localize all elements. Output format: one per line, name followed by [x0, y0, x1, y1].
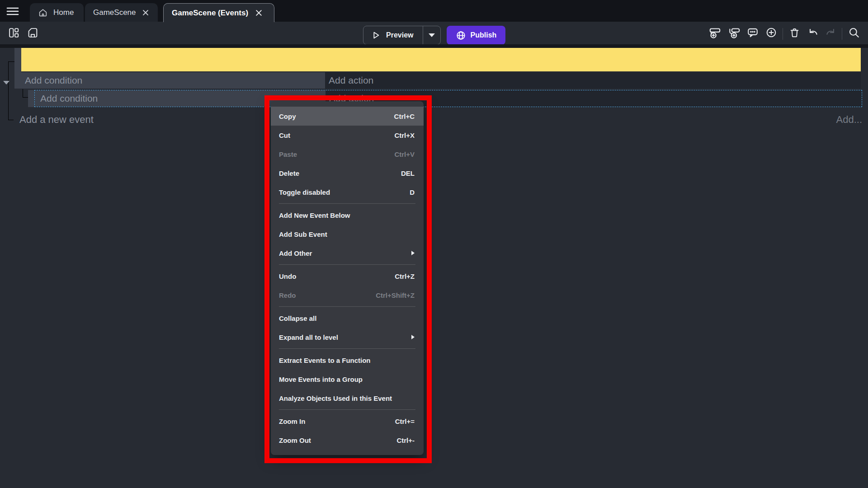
context-menu-item[interactable]: Add Sub Event — [271, 225, 424, 244]
toolbar-divider — [842, 28, 842, 40]
context-menu: Copy Ctrl+C Cut Ctrl+X Paste Ctrl+V Dele… — [271, 101, 424, 455]
tab-bar: Home GameScene GameScene (Events) — [0, 0, 868, 22]
menu-item-label: Move Events into a Group — [279, 375, 415, 383]
comment-event-block[interactable] — [21, 48, 861, 71]
menu-item-label: Add Other — [279, 249, 406, 257]
close-tab-icon[interactable] — [142, 8, 150, 18]
menu-item-label: Toggle disabled — [279, 188, 410, 196]
add-comment-icon — [747, 27, 759, 38]
menu-item-shortcut: DEL — [401, 169, 415, 177]
add-new-event-link[interactable]: Add a new event — [19, 114, 94, 126]
menu-item-label: Cut — [279, 131, 394, 139]
event-action-cell[interactable]: Add action — [325, 72, 861, 89]
menu-item-label: Add Sub Event — [279, 230, 415, 238]
menu-separator — [279, 203, 415, 204]
menu-item-label: Collapse all — [279, 314, 415, 322]
search-icon — [848, 27, 860, 38]
event-condition-cell[interactable]: Add condition — [21, 72, 325, 89]
menu-item-shortcut: Ctrl+C — [394, 113, 415, 120]
save-project-button[interactable] — [24, 24, 41, 41]
tab-gamescene[interactable]: GameScene — [85, 3, 158, 22]
tab-label: GameScene (Events) — [172, 9, 248, 18]
add-action-link[interactable]: Add action — [325, 72, 861, 89]
context-menu-item[interactable]: Paste Ctrl+V — [271, 145, 424, 164]
collapse-event-icon[interactable] — [3, 81, 9, 84]
add-comment-button[interactable] — [745, 24, 761, 41]
redo-icon — [825, 27, 837, 38]
menu-item-shortcut: Ctrl+= — [395, 418, 415, 425]
tree-bottom-elbow — [8, 120, 14, 120]
tab-gamescene-events[interactable]: GameScene (Events) — [163, 3, 274, 22]
selected-subevent-row[interactable]: Add condition Add action — [34, 90, 862, 107]
publish-button-label: Publish — [471, 31, 497, 39]
toggle-project-panel-button[interactable] — [5, 24, 22, 41]
event-drag-handle[interactable] — [14, 48, 21, 89]
menu-item-label: Undo — [279, 272, 395, 280]
menu-item-label: Copy — [279, 113, 394, 120]
context-menu-item[interactable]: Analyze Objects Used in this Event — [271, 389, 424, 408]
context-menu-item[interactable]: Add Other — [271, 244, 424, 263]
add-condition-link[interactable]: Add condition — [21, 72, 325, 89]
context-menu-item[interactable]: Undo Ctrl+Z — [271, 267, 424, 286]
subevent-drag-handle[interactable] — [28, 90, 34, 107]
menu-separator — [279, 409, 415, 410]
add-circle-icon — [765, 27, 777, 38]
menu-separator — [279, 306, 415, 307]
gdevelop-window: Home GameScene GameScene (Events) — [0, 0, 868, 488]
subevent-elbow-horizontal — [23, 97, 28, 98]
context-menu-item[interactable]: Copy Ctrl+C — [271, 107, 424, 126]
menu-item-label: Zoom Out — [279, 436, 396, 444]
home-icon — [38, 8, 48, 18]
context-menu-item[interactable]: Extract Events to a Function — [271, 351, 424, 370]
context-menu-item[interactable]: Collapse all — [271, 309, 424, 328]
context-menu-item[interactable]: Redo Ctrl+Shift+Z — [271, 286, 424, 305]
undo-icon — [807, 27, 819, 38]
context-menu-item[interactable]: Expand all to level — [271, 328, 424, 347]
subevent-elbow-vertical — [23, 89, 23, 98]
publish-button[interactable]: Publish — [447, 26, 505, 45]
play-icon — [371, 30, 381, 40]
layout-panel-icon — [8, 27, 19, 38]
choose-event-button[interactable] — [763, 24, 779, 41]
delete-selection-button[interactable] — [786, 24, 802, 41]
context-menu-item[interactable]: Zoom Out Ctrl+- — [271, 431, 424, 450]
menu-item-shortcut: Ctrl+- — [396, 436, 415, 444]
menu-item-shortcut: Ctrl+V — [394, 150, 415, 158]
preview-options-button[interactable] — [423, 33, 440, 37]
tab-label: Home — [53, 8, 74, 17]
menu-separator — [279, 348, 415, 349]
preview-button-label: Preview — [386, 31, 413, 39]
menu-item-label: Redo — [279, 291, 376, 299]
add-sub-event-button[interactable] — [726, 24, 742, 41]
hamburger-icon — [6, 6, 19, 17]
menu-item-label: Add New Event Below — [279, 211, 415, 219]
trash-icon — [789, 27, 800, 38]
preview-button-main[interactable]: Preview — [363, 30, 423, 40]
context-menu-item[interactable]: Toggle disabled D — [271, 183, 424, 202]
redo-button[interactable] — [823, 24, 839, 41]
submenu-arrow-icon — [411, 335, 415, 339]
context-menu-item[interactable]: Zoom In Ctrl+= — [271, 412, 424, 431]
add-more-link[interactable]: Add... — [836, 114, 862, 126]
context-menu-item[interactable]: Cut Ctrl+X — [271, 126, 424, 145]
menu-item-shortcut: Ctrl+X — [394, 131, 415, 139]
menu-item-shortcut: Ctrl+Shift+Z — [376, 291, 415, 299]
close-tab-icon[interactable] — [254, 8, 264, 18]
menu-item-label: Expand all to level — [279, 333, 406, 341]
menu-item-label: Extract Events to a Function — [279, 357, 415, 364]
context-menu-item[interactable]: Add New Event Below — [271, 206, 424, 225]
tree-vertical-line — [8, 61, 9, 120]
menu-item-label: Analyze Objects Used in this Event — [279, 394, 415, 402]
menu-item-label: Zoom In — [279, 418, 395, 425]
menu-item-label: Delete — [279, 169, 401, 177]
add-event-button[interactable] — [707, 24, 723, 41]
globe-icon — [456, 30, 466, 41]
tab-home[interactable]: Home — [30, 3, 84, 22]
context-menu-item[interactable]: Delete DEL — [271, 164, 424, 183]
search-events-button[interactable] — [846, 24, 862, 41]
menu-item-shortcut: D — [410, 188, 415, 196]
undo-button[interactable] — [805, 24, 821, 41]
context-menu-item[interactable]: Move Events into a Group — [271, 370, 424, 389]
preview-button[interactable]: Preview — [363, 26, 441, 45]
main-menu-button[interactable] — [5, 4, 21, 19]
